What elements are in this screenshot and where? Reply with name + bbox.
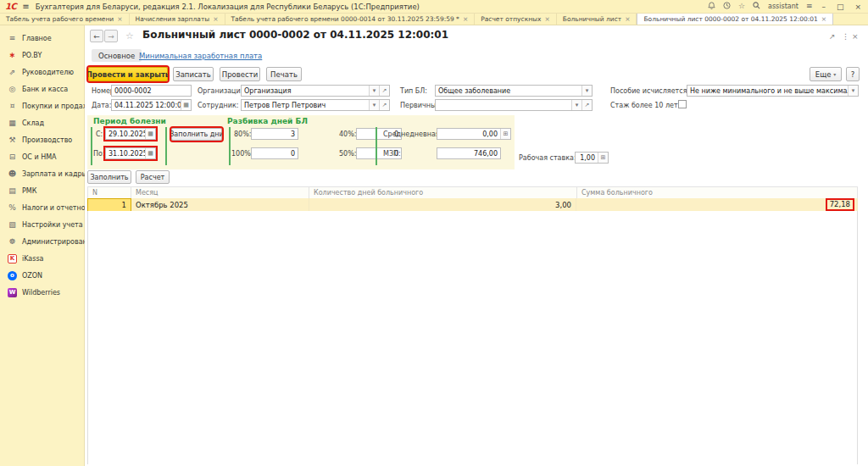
tab-timesheet-list[interactable]: Табель учета рабочего времени × [0, 14, 130, 25]
favorites-star-icon[interactable]: ☆ [738, 3, 745, 10]
sidebar-item-fixed-assets[interactable]: ⊟ОС и НМА [0, 148, 84, 165]
sidebar-item-accounting-settings[interactable]: ▧Настройки учета [0, 216, 84, 233]
col-header-amount[interactable]: Сумма больничного [576, 186, 858, 199]
tab-sick-leave-document[interactable]: Больничный лист 0000-0002 от 04.11.2025 … [637, 14, 833, 25]
dropdown-icon[interactable]: ▾ [581, 86, 592, 96]
tab-close-icon[interactable]: × [213, 15, 218, 23]
primary-field[interactable]: ▾ ↗ [435, 99, 593, 111]
calculator-icon[interactable]: ⊞ [500, 129, 510, 139]
tab-close-icon[interactable]: × [625, 15, 630, 23]
close-window-button[interactable]: × [853, 3, 863, 11]
help-button[interactable]: ? [846, 67, 860, 81]
calendar-icon[interactable]: ▦ [145, 129, 155, 139]
primary-value [436, 100, 571, 110]
calc-table-button[interactable]: Расчет [136, 170, 170, 184]
print-button[interactable]: Печать [266, 67, 302, 81]
sidebar-item-rmk[interactable]: ▤РМК [0, 182, 84, 199]
col-header-label: Количество дней больничного [314, 189, 423, 197]
sidebar-item-purchases-sales[interactable]: ¤Покупки и продажи [0, 97, 84, 114]
period-from-field[interactable]: 29.10.2025 ▦ [105, 128, 156, 140]
sidebar-item-label: РМК [22, 187, 36, 195]
post-and-close-button[interactable]: Провести и закрыть [88, 67, 168, 81]
tab-payroll-accruals[interactable]: Начисления зарплаты × [130, 14, 225, 25]
back-button[interactable]: ← [90, 30, 103, 42]
organization-field[interactable]: Организация ▾ ↗ [241, 85, 390, 97]
sick-type-field[interactable]: Общее заболевание ▾ [435, 85, 593, 97]
experience-checkbox[interactable] [678, 100, 687, 108]
fill-days-button[interactable]: Заполнить дни [171, 128, 222, 141]
sidebar-item-wildberries[interactable]: WWildberries [0, 284, 84, 301]
tab-min-wage-link[interactable]: Минимальная заработная плата [139, 52, 262, 60]
row-cell-n[interactable]: 1 [87, 198, 131, 212]
calendar-icon[interactable]: ▦ [181, 100, 191, 110]
benefit-field[interactable]: Не ниже минимального и не выше максималь… [687, 85, 859, 97]
search-icon[interactable] [753, 2, 760, 11]
tab-close-icon[interactable]: × [544, 15, 549, 23]
notifications-bell-icon[interactable] [708, 2, 715, 11]
more-menu-icon[interactable]: ⋮ [842, 32, 849, 41]
favorite-star-icon[interactable]: ☆ [125, 31, 134, 42]
date-field[interactable]: 04.11.2025 12:00:01 ▦ [111, 99, 192, 111]
p100-field[interactable]: 0 [251, 147, 298, 159]
row-cell-month[interactable]: Октябрь 2025 [131, 198, 309, 212]
close-document-icon[interactable]: × [852, 32, 859, 41]
tab-main[interactable]: Основное [92, 49, 142, 62]
dropdown-icon[interactable]: ▾ [369, 100, 379, 110]
sidebar-item-ozon[interactable]: oOZON [0, 267, 84, 284]
open-item-icon[interactable]: ↗ [581, 100, 592, 110]
dropdown-icon[interactable]: ▾ [369, 86, 379, 96]
sidebar-item-salary-hr[interactable]: ☻Зарплата и кадры [0, 165, 84, 182]
sidebar-item-administration[interactable]: ☸Администрирование [0, 233, 84, 250]
p80-label: 80%: [234, 130, 251, 138]
avg-daily-field[interactable]: 0,00 ⊞ [437, 128, 511, 140]
open-item-icon[interactable]: ↗ [379, 86, 389, 96]
tab-vacation-calc[interactable]: Расчет отпускных × [475, 14, 557, 25]
sidebar-item-taxes[interactable]: %Налоги и отчетность [0, 199, 84, 216]
col-header-n[interactable]: N [87, 186, 131, 199]
titlebar-actions: ☆ assistant ≡ – □ × [708, 2, 863, 11]
open-item-icon[interactable]: ↗ [379, 100, 389, 110]
main-menu-icon[interactable]: ≡ [22, 2, 29, 11]
sidebar-item-label: Руководителю [22, 69, 74, 76]
sidebar-item-label: Зарплата и кадры [22, 170, 87, 178]
table-empty-area[interactable] [87, 211, 858, 464]
sidebar-item-bank-cash[interactable]: ◎Банк и касса [0, 80, 84, 97]
sidebar-item-manager[interactable]: ⇗Руководителю [0, 64, 84, 80]
tab-timesheet-document[interactable]: Табель учета рабочего времени 0000-0014 … [225, 14, 476, 25]
minimize-button[interactable]: – [820, 3, 827, 11]
more-button[interactable]: Еще ▾ [810, 67, 842, 81]
p80-field[interactable]: 3 [251, 128, 298, 140]
tab-close-icon[interactable]: × [463, 15, 468, 23]
fill-table-button[interactable]: Заполнить [87, 170, 131, 184]
history-icon[interactable] [723, 2, 731, 11]
restore-button[interactable]: □ [835, 3, 846, 11]
employee-field[interactable]: Петров Петр Петрович ▾ ↗ [241, 99, 390, 111]
tab-close-icon[interactable]: × [821, 15, 826, 23]
number-field[interactable]: 0000-0002 [111, 85, 192, 97]
row-cell-days[interactable]: 3,00 [309, 198, 576, 212]
calculator-icon[interactable]: ⊞ [598, 153, 608, 163]
sidebar-item-warehouse[interactable]: ▦Склад [0, 114, 84, 131]
calendar-icon[interactable]: ▦ [145, 148, 155, 158]
mzp-field[interactable]: 746,00 [437, 147, 501, 159]
user-menu-icon[interactable]: ≡ [806, 3, 813, 10]
sidebar-item-poby[interactable]: ∗PO.BY [0, 47, 84, 64]
current-user-label[interactable]: assistant [768, 3, 798, 10]
forward-button[interactable]: → [104, 30, 118, 42]
sidebar-item-ikassa[interactable]: KiKassa [0, 250, 84, 267]
col-header-month[interactable]: Месяц [131, 186, 309, 199]
save-button[interactable]: Записать [173, 67, 214, 81]
row-cell-amount[interactable]: 72,18 [576, 198, 858, 212]
dropdown-icon[interactable]: ▾ [571, 100, 581, 110]
period-to-field[interactable]: 31.10.2025 ▦ [105, 147, 156, 159]
tab-sick-leave-list[interactable]: Больничный лист × [557, 14, 637, 25]
col-header-days[interactable]: Количество дней больничного [309, 186, 577, 199]
get-link-icon[interactable]: ↗ [829, 32, 836, 41]
tab-close-icon[interactable]: × [117, 15, 122, 23]
sidebar-item-main[interactable]: ≡Главное [0, 30, 84, 47]
post-button[interactable]: Провести [220, 67, 260, 81]
work-rate-field[interactable]: 1,00 ⊞ [575, 152, 609, 164]
dropdown-icon[interactable]: ▾ [848, 86, 858, 96]
sidebar-item-label: Склад [22, 119, 44, 127]
sidebar-item-production[interactable]: ⚒Производство [0, 131, 84, 148]
